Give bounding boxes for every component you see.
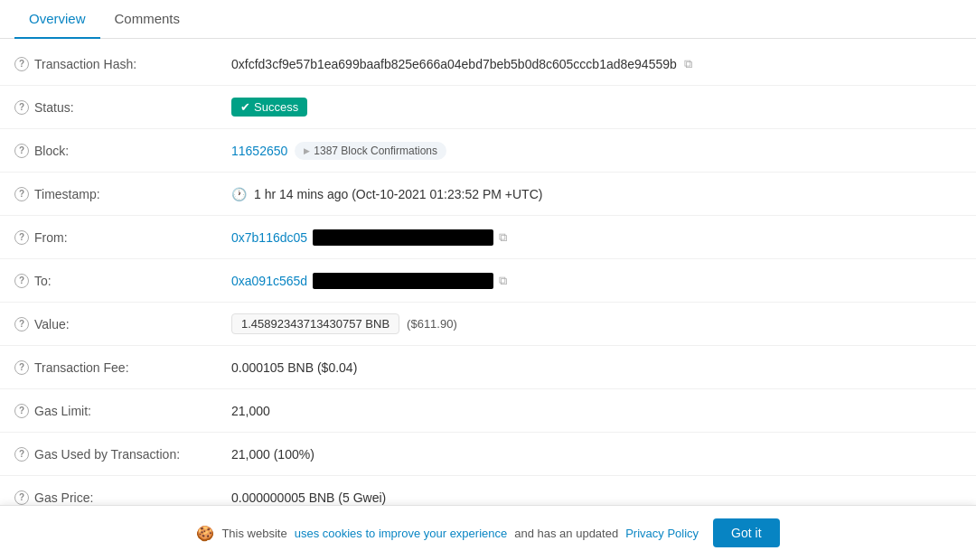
tabs-container: Overview Comments: [0, 0, 976, 39]
copy-icon-from[interactable]: ⧉: [499, 230, 507, 245]
help-icon-gas-used[interactable]: ?: [14, 447, 29, 462]
row-gas-used: ? Gas Used by Transaction: 21,000 (100%): [0, 433, 976, 476]
help-icon-to[interactable]: ?: [14, 274, 29, 288]
help-icon-transaction-hash[interactable]: ?: [14, 57, 29, 71]
transaction-details: ? Transaction Hash: 0xfcfd3cf9e57b1ea699…: [0, 39, 976, 523]
row-to: ? To: 0xa091c565d ⧉: [0, 259, 976, 303]
row-transaction-fee: ? Transaction Fee: 0.000105 BNB ($0.04): [0, 346, 976, 389]
value-transaction-fee: 0.000105 BNB ($0.04): [231, 360, 962, 375]
label-timestamp: ? Timestamp:: [14, 187, 231, 201]
value-timestamp: 🕐 1 hr 14 mins ago (Oct-10-2021 01:23:52…: [231, 187, 962, 201]
row-value: ? Value: 1.45892343713430757 BNB ($611.9…: [0, 303, 976, 346]
checkmark-icon: ✔: [240, 100, 250, 114]
label-text-status: Status:: [34, 100, 74, 115]
value-gas-price: 0.000000005 BNB (5 Gwei): [231, 490, 962, 505]
tab-comments[interactable]: Comments: [100, 0, 195, 39]
label-text-from: From:: [34, 230, 68, 245]
copy-icon-hash[interactable]: ⧉: [684, 57, 692, 71]
label-text-block: Block:: [34, 144, 69, 158]
help-icon-gas-limit[interactable]: ?: [14, 404, 29, 418]
tab-overview[interactable]: Overview: [14, 0, 100, 39]
from-address-link[interactable]: 0x7b116dc05: [231, 230, 307, 245]
label-gas-used: ? Gas Used by Transaction:: [14, 447, 231, 462]
fee-text: 0.000105 BNB ($0.04): [231, 360, 357, 375]
help-icon-from[interactable]: ?: [14, 230, 29, 245]
value-gas-used: 21,000 (100%): [231, 447, 962, 462]
label-text-gas-price: Gas Price:: [34, 490, 93, 505]
label-to: ? To:: [14, 274, 231, 288]
value-block: 11652650 1387 Block Confirmations: [231, 142, 962, 160]
status-text: Success: [254, 100, 298, 114]
label-from: ? From:: [14, 230, 231, 245]
label-status: ? Status:: [14, 100, 231, 115]
row-timestamp: ? Timestamp: 🕐 1 hr 14 mins ago (Oct-10-…: [0, 173, 976, 216]
from-address-redacted: [313, 229, 493, 246]
to-address-redacted: [313, 273, 493, 289]
row-status: ? Status: ✔ Success: [0, 86, 976, 129]
gas-price-text: 0.000000005 BNB (5 Gwei): [231, 490, 386, 505]
row-from: ? From: 0x7b116dc05 ⧉: [0, 216, 976, 259]
label-text-transaction-hash: Transaction Hash:: [34, 57, 136, 71]
hash-value: 0xfcfd3cf9e57b1ea699baafb825e666a04ebd7b…: [231, 57, 677, 71]
gas-used-text: 21,000 (100%): [231, 447, 314, 462]
value-from: 0x7b116dc05 ⧉: [231, 229, 962, 246]
timestamp-text: 1 hr 14 mins ago (Oct-10-2021 01:23:52 P…: [254, 187, 542, 201]
to-address-box: 0xa091c565d ⧉: [231, 273, 507, 289]
help-icon-block[interactable]: ?: [14, 144, 29, 158]
label-text-gas-used: Gas Used by Transaction:: [34, 447, 180, 462]
cookie-banner: 🍪 This website uses cookies to improve y…: [0, 505, 976, 523]
label-text-timestamp: Timestamp:: [34, 187, 100, 201]
label-gas-limit: ? Gas Limit:: [14, 404, 231, 418]
value-value: 1.45892343713430757 BNB ($611.90): [231, 313, 962, 334]
label-block: ? Block:: [14, 144, 231, 158]
label-text-value: Value:: [34, 317, 70, 331]
value-to: 0xa091c565d ⧉: [231, 273, 962, 289]
label-transaction-fee: ? Transaction Fee:: [14, 360, 231, 375]
help-icon-status[interactable]: ?: [14, 100, 29, 115]
label-text-to: To:: [34, 274, 52, 288]
row-transaction-hash: ? Transaction Hash: 0xfcfd3cf9e57b1ea699…: [0, 42, 976, 86]
copy-icon-to[interactable]: ⧉: [499, 274, 507, 288]
help-icon-transaction-fee[interactable]: ?: [14, 360, 29, 375]
from-address-box: 0x7b116dc05 ⧉: [231, 229, 507, 246]
status-badge: ✔ Success: [231, 98, 307, 117]
value-gas-limit: 21,000: [231, 404, 962, 418]
help-icon-value[interactable]: ?: [14, 317, 29, 331]
confirmations-badge: 1387 Block Confirmations: [295, 142, 446, 160]
value-status: ✔ Success: [231, 98, 962, 117]
usd-amount: ($611.90): [407, 317, 457, 331]
row-block: ? Block: 11652650 1387 Block Confirmatio…: [0, 129, 976, 173]
label-transaction-hash: ? Transaction Hash:: [14, 57, 231, 71]
value-transaction-hash: 0xfcfd3cf9e57b1ea699baafb825e666a04ebd7b…: [231, 57, 962, 71]
clock-icon: 🕐: [231, 187, 247, 201]
got-it-button[interactable]: Got it: [713, 518, 779, 523]
row-gas-limit: ? Gas Limit: 21,000: [0, 389, 976, 433]
help-icon-gas-price[interactable]: ?: [14, 490, 29, 505]
help-icon-timestamp[interactable]: ?: [14, 187, 29, 201]
label-gas-price: ? Gas Price:: [14, 490, 231, 505]
label-text-gas-limit: Gas Limit:: [34, 404, 91, 418]
block-number-link[interactable]: 11652650: [231, 144, 287, 158]
label-text-transaction-fee: Transaction Fee:: [34, 360, 129, 375]
label-value: ? Value:: [14, 317, 231, 331]
bnb-amount: 1.45892343713430757 BNB: [231, 313, 399, 334]
gas-limit-text: 21,000: [231, 404, 270, 418]
to-address-link[interactable]: 0xa091c565d: [231, 274, 307, 288]
